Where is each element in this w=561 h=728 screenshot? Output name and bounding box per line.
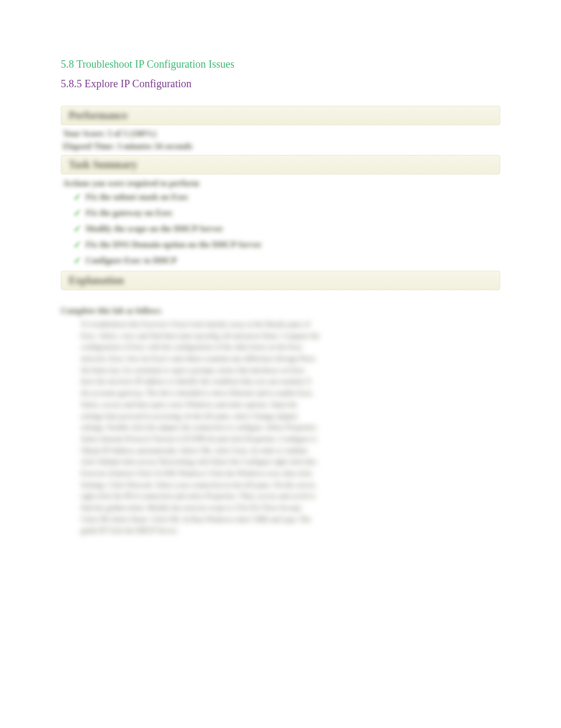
task-text: Fix the subnet mask on Exec: [86, 192, 189, 202]
page-title-2: 5.8.5 Explore IP Configuration: [61, 78, 500, 90]
explanation-body: To troubleshoot this Exercise Closer loo…: [61, 319, 320, 537]
performance-header-text: Performance: [69, 109, 127, 121]
page-title-1: 5.8 Troubleshoot IP Configuration Issues: [61, 58, 500, 70]
check-icon: ✓: [73, 255, 81, 266]
task-text: Fix the DNS Domain option on the DHCP Se…: [86, 240, 261, 250]
task-item: ✓ Fix the gateway on Exec: [73, 205, 500, 221]
task-prompt: Actions you were required to perform: [61, 177, 500, 189]
task-list: ✓ Fix the subnet mask on Exec ✓ Fix the …: [61, 189, 500, 269]
performance-header: Performance: [61, 106, 500, 125]
check-icon: ✓: [73, 207, 81, 219]
score-line: Your Score: 5 of 5 (100%): [61, 127, 500, 140]
task-text: Modify the scope on the DHCP Server: [86, 224, 223, 234]
check-icon: ✓: [73, 191, 81, 203]
task-item: ✓ Fix the subnet mask on Exec: [73, 189, 500, 205]
check-icon: ✓: [73, 239, 81, 251]
task-item: ✓ Configure Exec to DHCP: [73, 253, 500, 269]
task-item: ✓ Modify the scope on the DHCP Server: [73, 221, 500, 237]
explanation-text: To troubleshoot this Exercise Closer loo…: [81, 319, 320, 537]
task-summary-header-text: Task Summary: [69, 159, 137, 170]
task-text: Fix the gateway on Exec: [86, 208, 173, 218]
explanation-header-text: Explanation: [69, 274, 124, 286]
task-summary-header: Task Summary: [61, 155, 500, 174]
explanation-title: Complete this lab as follows: [61, 306, 320, 316]
task-text: Configure Exec to DHCP: [86, 256, 177, 265]
report-area: Performance Your Score: 5 of 5 (100%) El…: [61, 106, 500, 537]
explanation-block: Complete this lab as follows To troubles…: [61, 306, 320, 537]
time-line: Elapsed Time: 3 minutes 34 seconds: [61, 140, 500, 153]
task-item: ✓ Fix the DNS Domain option on the DHCP …: [73, 237, 500, 253]
explanation-header: Explanation: [61, 271, 500, 290]
check-icon: ✓: [73, 223, 81, 235]
